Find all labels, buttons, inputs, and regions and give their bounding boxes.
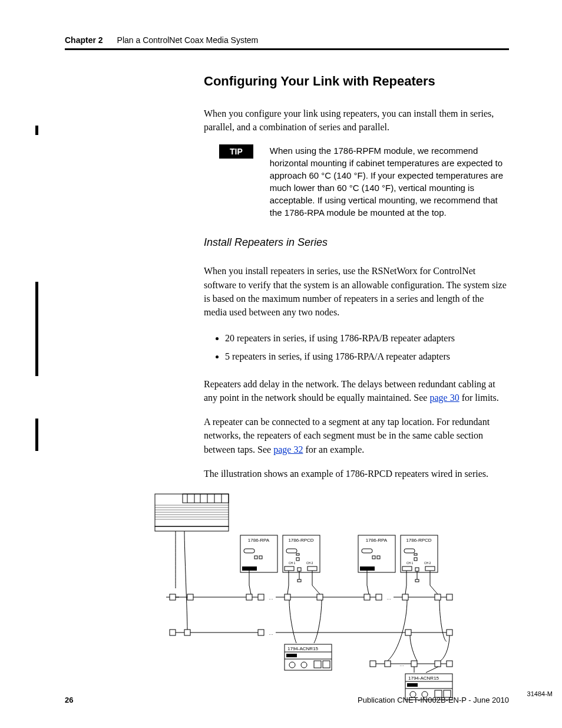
svg-rect-34 <box>360 566 375 571</box>
publication-id: Publication CNET-IN002B-EN-P - June 2010 <box>358 696 509 704</box>
svg-rect-75 <box>447 661 452 667</box>
svg-rect-73 <box>411 661 417 667</box>
svg-rect-71 <box>370 661 376 667</box>
svg-rect-37 <box>414 554 417 555</box>
wiring-diagram: 1786-RPA 1786-RPCD CH 1 CH 2 <box>152 491 511 703</box>
svg-rect-20 <box>242 566 257 571</box>
svg-rect-27 <box>297 568 301 571</box>
svg-rect-87 <box>407 683 418 687</box>
bullet-list: 20 repeaters in series, if using 1786-RP… <box>225 330 509 365</box>
svg-rect-26 <box>308 566 317 571</box>
illustration-caption: The illustration shows an example of 178… <box>204 467 509 480</box>
svg-rect-0 <box>155 494 229 526</box>
module-label: 1786-RPCD <box>406 538 431 543</box>
svg-rect-65 <box>184 630 190 635</box>
svg-rect-66 <box>258 630 264 635</box>
svg-rect-54 <box>317 594 323 600</box>
svg-text:…: … <box>269 631 273 636</box>
svg-text:…: … <box>399 662 404 667</box>
chapter-number: Chapter 2 <box>65 35 103 45</box>
svg-rect-15 <box>155 526 229 531</box>
series-intro-paragraph: When you install repeaters in series, us… <box>204 264 509 319</box>
ch2-label: CH 2 <box>306 561 313 565</box>
svg-rect-74 <box>435 661 441 667</box>
header-rule <box>65 48 509 50</box>
svg-rect-39 <box>402 566 412 571</box>
svg-rect-52 <box>258 594 264 600</box>
chapter-title: Plan a ControlNet Coax Media System <box>117 35 259 45</box>
tip-badge: TIP <box>219 144 253 159</box>
svg-rect-25 <box>285 566 294 571</box>
svg-rect-47 <box>170 594 176 600</box>
ch1-label: CH 1 <box>289 561 296 565</box>
module-label: 1794-ACNR15 <box>408 676 439 681</box>
body-text: for an example. <box>303 444 364 454</box>
intro-paragraph: When you configure your link using repea… <box>204 107 509 134</box>
svg-rect-29 <box>297 579 301 582</box>
svg-rect-43 <box>415 579 419 582</box>
svg-rect-72 <box>385 661 391 667</box>
svg-rect-56 <box>376 594 382 600</box>
subsection-heading: Install Repeaters in Series <box>204 236 509 249</box>
change-bar <box>35 419 38 451</box>
svg-rect-23 <box>296 554 299 555</box>
svg-rect-68 <box>447 630 452 635</box>
ch2-label: CH 2 <box>424 561 431 565</box>
change-bar <box>35 126 38 135</box>
svg-rect-41 <box>415 568 419 571</box>
svg-text:…: … <box>386 595 391 601</box>
svg-point-81 <box>289 662 295 668</box>
svg-rect-17 <box>244 549 254 553</box>
svg-rect-33 <box>377 556 380 559</box>
body-text: for limits. <box>459 393 499 403</box>
page-footer: 26 Publication CNET-IN002B-EN-P - June 2… <box>65 696 509 704</box>
svg-rect-18 <box>254 556 257 559</box>
svg-rect-31 <box>362 549 372 553</box>
list-item: 20 repeaters in series, if using 1786-RP… <box>225 330 509 347</box>
svg-rect-58 <box>435 594 441 600</box>
module-label: 1786-RPA <box>366 538 388 543</box>
svg-rect-51 <box>246 594 252 600</box>
svg-rect-50 <box>187 594 193 600</box>
svg-rect-84 <box>323 661 330 668</box>
list-item: 5 repeaters in series, if using 1786-RPA… <box>225 348 509 365</box>
ch1-label: CH 1 <box>406 561 414 565</box>
svg-rect-59 <box>447 594 452 600</box>
page-link[interactable]: page 30 <box>429 393 459 403</box>
tip-text: When using the 1786-RPFM module, we reco… <box>270 144 509 219</box>
svg-rect-83 <box>314 661 321 668</box>
svg-rect-79 <box>286 654 297 657</box>
running-header: Chapter 2 Plan a ControlNet Coax Media S… <box>65 35 509 45</box>
section-heading: Configuring Your Link with Repeaters <box>204 74 509 89</box>
svg-text:…: … <box>269 595 273 601</box>
module-label: 1794-ACNR15 <box>287 646 319 651</box>
diagram-reference: 31484-M <box>527 690 553 697</box>
change-bar <box>35 282 38 376</box>
delay-paragraph: Repeaters add delay in the network. The … <box>204 377 509 404</box>
svg-rect-40 <box>425 566 435 571</box>
redundant-paragraph: A repeater can be connected to a segment… <box>204 415 509 456</box>
module-label: 1786-RPA <box>248 538 270 543</box>
svg-rect-19 <box>259 556 262 559</box>
svg-rect-36 <box>404 549 415 553</box>
module-label: 1786-RPCD <box>288 538 313 543</box>
tip-block: TIP When using the 1786-RPFM module, we … <box>219 144 509 219</box>
svg-rect-22 <box>286 549 297 553</box>
svg-rect-57 <box>402 594 408 600</box>
svg-rect-67 <box>405 630 411 635</box>
page-link[interactable]: page 32 <box>273 444 303 454</box>
svg-rect-53 <box>285 594 290 600</box>
svg-rect-38 <box>414 558 417 561</box>
svg-rect-24 <box>296 558 299 561</box>
svg-rect-64 <box>170 630 176 635</box>
page-number: 26 <box>65 696 73 704</box>
svg-rect-32 <box>372 556 375 559</box>
svg-rect-55 <box>364 594 370 600</box>
svg-point-82 <box>301 662 307 668</box>
